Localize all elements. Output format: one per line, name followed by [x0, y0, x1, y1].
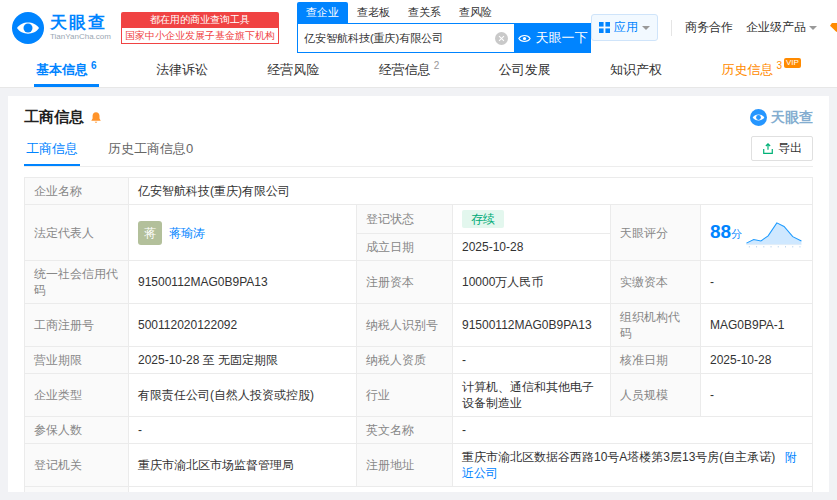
tianyancha-logo[interactable]: 天眼查 TianYanCha.com — [12, 12, 111, 44]
page-content: 工商信息 天眼查 工商信息 历史工商信息0 导出 — [0, 88, 837, 500]
field-label: 人员规模 — [611, 374, 701, 417]
search-button[interactable]: 天眼一下 — [515, 23, 591, 53]
org-code-value: MAG0B9PA-1 — [701, 304, 813, 347]
table-row: 登记机关 重庆市渝北区市场监督管理局 注册地址 重庆市渝北区数据谷西路10号A塔… — [25, 444, 813, 487]
legal-rep-avatar: 蒋 — [138, 221, 162, 245]
tab-label: 法律诉讼 — [156, 61, 208, 79]
reg-address-value: 重庆市渝北区数据谷西路10号A塔楼第3层13号房(自主承诺) — [462, 450, 775, 464]
tab-company-development[interactable]: 公司发展 — [497, 55, 553, 87]
export-label: 导出 — [778, 140, 802, 157]
enterprise-product-label: 企业级产品 — [746, 19, 806, 36]
subtab-history-business-info[interactable]: 历史工商信息0 — [106, 135, 195, 166]
credit-code-value: 91500112MAG0B9PA13 — [129, 261, 357, 304]
reg-status-cell: 存续 — [453, 205, 611, 234]
apps-menu[interactable]: 应用 — [591, 14, 658, 41]
taxpayer-quali-value: - — [453, 347, 611, 374]
subtab-count: 0 — [186, 141, 193, 156]
search-tabs: 查企业 查老板 查关系 查风险 — [297, 2, 591, 23]
subtab-label: 历史工商信息 — [108, 141, 186, 156]
reg-authority-value: 重庆市渝北区市场监督管理局 — [129, 444, 357, 487]
business-scope-value: 一般项目：技术服务、技术开发、技术咨询、技术交流、技术转让、技术推广；航空运输设… — [129, 487, 813, 493]
search-input[interactable] — [304, 32, 495, 44]
tab-operation-risk[interactable]: 经营风险 — [265, 55, 321, 87]
promo-banner[interactable]: 都在用的商业查询工具 国家中小企业发展子基金旗下机构 — [121, 12, 279, 44]
field-label: 法定代表人 — [25, 205, 129, 261]
tab-label: 基本信息 — [36, 61, 88, 79]
export-icon — [762, 143, 774, 155]
watermark-text: 天眼查 — [771, 109, 813, 127]
company-type-value: 有限责任公司(自然人投资或控股) — [129, 374, 357, 417]
subtab-business-info[interactable]: 工商信息 — [24, 135, 80, 166]
tab-basic-info[interactable]: 基本信息 6 — [34, 55, 99, 87]
logo-subtext: TianYanCha.com — [50, 32, 111, 41]
score-value: 88分 — [710, 224, 742, 242]
field-label: 英文名称 — [357, 417, 453, 444]
top-header: 天眼查 TianYanCha.com 都在用的商业查询工具 国家中小企业发展子基… — [0, 0, 837, 55]
approval-date-value: 2025-10-28 — [701, 347, 813, 374]
tab-operation-info[interactable]: 经营信息 2 — [377, 55, 442, 87]
tab-count: 6 — [91, 60, 97, 71]
field-label: 纳税人资质 — [357, 347, 453, 374]
divider — [671, 20, 672, 36]
watermark-logo-icon — [750, 109, 767, 126]
field-label: 实缴资本 — [611, 261, 701, 304]
search-tab-risk[interactable]: 查风险 — [450, 2, 501, 23]
chevron-down-icon — [642, 26, 650, 34]
promo-line2: 国家中小企业发展子基金旗下机构 — [121, 27, 279, 44]
enterprise-product-link[interactable]: 企业级产品 — [746, 19, 817, 36]
clear-search-icon[interactable] — [495, 32, 508, 45]
field-label: 工商注册号 — [25, 304, 129, 347]
field-label: 组织机构代码 — [611, 304, 701, 347]
logo-text: 天眼查 — [50, 14, 111, 32]
business-info-card: 工商信息 天眼查 工商信息 历史工商信息0 导出 — [8, 96, 829, 492]
insured-count-value: - — [129, 417, 357, 444]
search-tab-relation[interactable]: 查关系 — [399, 2, 450, 23]
section-title: 工商信息 — [24, 108, 103, 127]
field-label: 核准日期 — [611, 347, 701, 374]
status-badge: 存续 — [462, 210, 504, 228]
field-label: 登记状态 — [357, 205, 453, 234]
search-button-label: 天眼一下 — [535, 29, 587, 47]
business-cooperation-link[interactable]: 商务合作 — [685, 19, 733, 36]
field-label: 企业类型 — [25, 374, 129, 417]
monitor-bell-icon[interactable] — [89, 111, 103, 125]
table-row: 经营范围 一般项目：技术服务、技术开发、技术咨询、技术交流、技术转让、技术推广；… — [25, 487, 813, 493]
tab-label: 经营风险 — [267, 61, 319, 79]
table-row: 工商注册号 500112020122092 纳税人识别号 91500112MAG… — [25, 304, 813, 347]
table-row: 法定代表人 蒋 蒋瑜涛 登记状态 存续 天眼评分 88分 — [25, 205, 813, 234]
export-button[interactable]: 导出 — [751, 136, 813, 161]
tab-legal-litigation[interactable]: 法律诉讼 — [154, 55, 210, 87]
promo-line1: 都在用的商业查询工具 — [121, 12, 279, 27]
field-label: 行业 — [357, 374, 453, 417]
tab-count: 2 — [434, 60, 440, 71]
header-right: 应用 商务合作 企业级产品 开通会员 费米 — [591, 14, 837, 41]
field-label: 天眼评分 — [611, 205, 701, 261]
tab-label: 经营信息 — [379, 61, 431, 79]
english-name-value: - — [453, 417, 813, 444]
tab-intellectual-property[interactable]: 知识产权 — [608, 55, 664, 87]
field-label: 注册地址 — [357, 444, 453, 487]
search-tab-boss[interactable]: 查老板 — [348, 2, 399, 23]
tab-history-info[interactable]: 历史信息 3 VIP — [719, 55, 802, 87]
open-vip-link[interactable]: 开通会员 — [830, 19, 837, 36]
field-label: 企业名称 — [25, 178, 129, 205]
tianyan-score-cell[interactable]: 88分 — [701, 205, 813, 261]
table-row: 统一社会信用代码 91500112MAG0B9PA13 注册资本 10000万人… — [25, 261, 813, 304]
tab-label: 公司发展 — [499, 61, 551, 79]
search-area: 查企业 查老板 查关系 查风险 天眼一下 — [297, 2, 591, 53]
tab-label: 知识产权 — [610, 61, 662, 79]
legal-rep-link[interactable]: 蒋瑜涛 — [169, 225, 205, 241]
vip-diamond-icon — [830, 22, 837, 33]
staff-size-value: - — [701, 374, 813, 417]
establish-date-value: 2025-10-28 — [453, 234, 611, 261]
score-trend-chart — [745, 214, 803, 252]
tianyancha-logo-icon — [12, 12, 44, 44]
field-label: 登记机关 — [25, 444, 129, 487]
taxpayer-id-value: 91500112MAG0B9PA13 — [453, 304, 611, 347]
section-title-text: 工商信息 — [24, 108, 84, 127]
table-row: 企业类型 有限责任公司(自然人投资或控股) 行业 计算机、通信和其他电子设备制造… — [25, 374, 813, 417]
field-label: 成立日期 — [357, 234, 453, 261]
field-label: 经营范围 — [25, 487, 129, 493]
search-tab-company[interactable]: 查企业 — [297, 2, 348, 23]
field-label: 营业期限 — [25, 347, 129, 374]
